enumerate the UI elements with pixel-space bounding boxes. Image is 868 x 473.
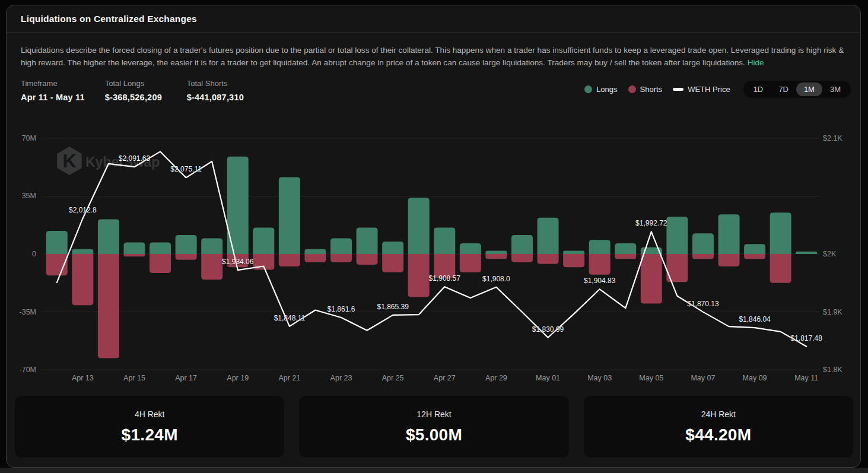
long-bar[interactable]	[279, 177, 300, 254]
long-bar[interactable]	[615, 243, 636, 254]
hide-link[interactable]: Hide	[748, 58, 764, 67]
x-axis-label: Apr 15	[123, 374, 145, 382]
stat-timeframe-value: Apr 11 - May 11	[21, 93, 85, 102]
y-right-label: $2K	[823, 250, 837, 258]
long-bar[interactable]	[201, 239, 222, 254]
short-bar[interactable]	[615, 254, 636, 259]
long-bar[interactable]	[796, 252, 817, 254]
short-bar[interactable]	[201, 254, 222, 280]
long-bar[interactable]	[511, 235, 533, 254]
legend-item-longs[interactable]: Longs	[584, 85, 617, 94]
long-bar[interactable]	[98, 219, 119, 254]
panel-header: Liquidations on Centralized Exchanges	[7, 5, 860, 33]
y-right-label: $1.8K	[823, 366, 842, 374]
long-bar[interactable]	[434, 227, 455, 254]
short-bar[interactable]	[123, 254, 145, 256]
long-bar[interactable]	[46, 231, 68, 254]
long-bar[interactable]	[538, 218, 559, 254]
stat-timeframe-label: Timeframe	[21, 79, 85, 88]
rekt-card-12h-title: 12H Rekt	[416, 409, 451, 419]
long-bar[interactable]	[692, 233, 714, 254]
shorts-bars[interactable]	[46, 254, 791, 358]
legend-item-weth-price[interactable]: WETH Price	[673, 85, 730, 94]
short-bar[interactable]	[150, 254, 171, 273]
legend-weth-price-label: WETH Price	[688, 85, 730, 94]
rekt-card-4h: 4H Rekt $1.24M	[15, 396, 284, 458]
short-bar[interactable]	[744, 254, 765, 259]
long-bar[interactable]	[253, 227, 274, 254]
chart-legend: Longs Shorts WETH Price	[584, 85, 730, 94]
long-bar[interactable]	[357, 227, 378, 254]
short-bar[interactable]	[382, 254, 403, 272]
short-bar[interactable]	[279, 254, 300, 266]
range-3m[interactable]: 3M	[822, 82, 848, 96]
long-bar[interactable]	[485, 250, 507, 254]
short-bar[interactable]	[563, 254, 584, 267]
long-bar[interactable]	[718, 214, 740, 254]
range-1d[interactable]: 1D	[746, 82, 771, 96]
description-text: Liquidations describe the forced closing…	[7, 33, 860, 69]
rekt-card-12h: 12H Rekt $5.00M	[299, 396, 568, 458]
long-bar[interactable]	[408, 198, 430, 254]
rekt-card-24h-value: $44.20M	[685, 426, 751, 445]
short-bar[interactable]	[304, 254, 326, 262]
range-7d[interactable]: 7D	[771, 82, 796, 96]
x-axis-label: May 09	[743, 374, 767, 382]
range-1m[interactable]: 1M	[796, 82, 822, 96]
short-bar[interactable]	[357, 254, 378, 265]
y-left-label: 70M	[22, 134, 36, 142]
x-axis-label: May 01	[536, 374, 560, 382]
short-bar[interactable]	[511, 254, 533, 262]
price-label: $2,075.11	[170, 165, 202, 173]
x-axis-label: Apr 27	[434, 374, 456, 382]
long-bar[interactable]	[770, 212, 791, 254]
long-bar[interactable]	[72, 249, 93, 254]
long-bar[interactable]	[666, 217, 688, 254]
chart-controls: Longs Shorts WETH Price 1D 7D 1M 3M	[584, 81, 851, 98]
price-label: $1,865.39	[377, 303, 409, 311]
short-bar[interactable]	[98, 254, 119, 358]
long-bar[interactable]	[460, 243, 481, 254]
page-bottom-strip	[0, 468, 868, 473]
long-bar[interactable]	[382, 242, 403, 254]
liquidations-chart[interactable]: 70M35M0-35M-70M$2.1K$2K$1.9K$1.8KApr 13A…	[7, 124, 861, 392]
timeframe-selector: 1D 7D 1M 3M	[743, 81, 851, 98]
shorts-dot-icon	[628, 85, 636, 93]
price-label: $2,091.63	[119, 154, 151, 163]
price-label: $1,934.06	[222, 258, 254, 266]
short-bar[interactable]	[485, 254, 507, 259]
short-bar[interactable]	[176, 254, 197, 260]
legend-shorts-label: Shorts	[640, 85, 663, 94]
price-label: $1,870.13	[687, 300, 719, 308]
long-bar[interactable]	[150, 242, 171, 254]
legend-item-shorts[interactable]: Shorts	[628, 85, 663, 94]
long-bar[interactable]	[589, 240, 611, 254]
short-bar[interactable]	[692, 254, 714, 259]
x-axis-label: Apr 21	[278, 374, 300, 382]
stat-total-longs: Total Longs $-368,526,209	[105, 79, 167, 102]
legend-longs-label: Longs	[596, 85, 617, 94]
short-bar[interactable]	[538, 254, 559, 264]
long-bar[interactable]	[176, 235, 197, 254]
long-bar[interactable]	[563, 250, 584, 254]
long-bar[interactable]	[330, 239, 352, 254]
long-bar[interactable]	[744, 244, 765, 254]
long-bar[interactable]	[123, 242, 145, 254]
longs-bars[interactable]	[46, 157, 817, 254]
price-label: $1,817.48	[791, 334, 823, 342]
short-bar[interactable]	[589, 254, 611, 275]
long-bar[interactable]	[304, 249, 326, 254]
short-bar[interactable]	[330, 254, 352, 262]
short-bar[interactable]	[460, 254, 481, 272]
price-label: $1,904.83	[584, 277, 616, 285]
y-right-label: $2.1K	[823, 134, 842, 142]
short-bar[interactable]	[641, 254, 662, 304]
short-bar[interactable]	[770, 254, 791, 283]
short-bar[interactable]	[408, 254, 430, 297]
meta-row: Timeframe Apr 11 - May 11 Total Longs $-…	[7, 69, 860, 102]
short-bar[interactable]	[718, 254, 740, 266]
stat-total-shorts: Total Shorts $-441,087,310	[187, 79, 249, 102]
short-bar[interactable]	[72, 254, 93, 305]
description-body: Liquidations describe the forced closing…	[21, 46, 844, 67]
rekt-cards: 4H Rekt $1.24M 12H Rekt $5.00M 24H Rekt …	[15, 396, 853, 458]
